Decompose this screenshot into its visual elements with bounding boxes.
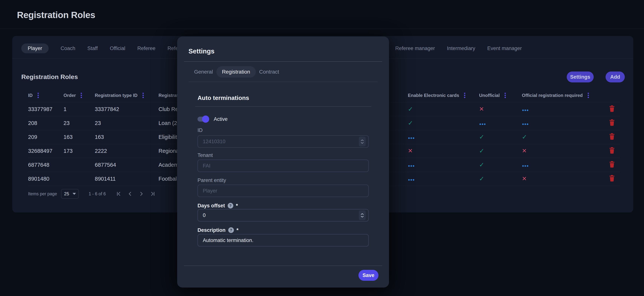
pager-controls [116, 191, 156, 197]
description-field-wrap [198, 234, 369, 247]
status-icon: ✕ [479, 106, 484, 112]
cell-id: 8901480 [28, 176, 64, 182]
cell-registration-type-id: 163 [95, 134, 158, 140]
delete-icon[interactable] [609, 147, 615, 154]
number-stepper-icon[interactable] [359, 137, 366, 147]
help-icon[interactable]: ? [228, 227, 234, 233]
cell-registration-type-id: 33377842 [95, 106, 158, 112]
column-menu-icon[interactable] [81, 95, 82, 96]
divider [195, 106, 371, 107]
days-offset-field[interactable] [198, 209, 369, 221]
cell-id: 33377987 [28, 106, 64, 112]
delete-icon[interactable] [609, 133, 615, 140]
active-toggle-label: Active [214, 116, 228, 122]
status-icon: ✓ [522, 134, 527, 140]
cell-order: 1 [64, 106, 95, 112]
column-menu-icon[interactable] [38, 95, 39, 96]
status-icon [524, 165, 526, 167]
section-title: Registration Roles [21, 73, 78, 81]
delete-icon[interactable] [609, 119, 615, 126]
tab-staff[interactable]: Staff [88, 45, 98, 51]
tab-coach[interactable]: Coach [61, 45, 76, 51]
id-field[interactable] [198, 135, 369, 148]
cell-order: 173 [64, 148, 95, 154]
status-icon [410, 165, 412, 167]
page-title: Registration Roles [17, 10, 95, 20]
auto-terminations-heading: Auto terminations [198, 94, 249, 101]
add-button[interactable]: Add [606, 72, 625, 82]
next-page-icon[interactable] [138, 191, 144, 197]
divider [189, 82, 378, 82]
cell-order: 163 [64, 134, 95, 140]
save-button[interactable]: Save [358, 270, 378, 281]
status-icon: ✓ [479, 148, 484, 154]
tenant-field-wrap [198, 159, 369, 172]
status-icon [524, 124, 526, 125]
tenant-field[interactable] [198, 159, 369, 172]
column-header-registration-type-id: Registration type ID [95, 93, 158, 98]
cell-order: 23 [64, 120, 95, 126]
active-toggle-row: Active [198, 115, 228, 123]
modal-tab-general[interactable]: General [194, 66, 213, 78]
status-icon [482, 124, 483, 125]
delete-icon[interactable] [609, 105, 615, 112]
status-icon [410, 137, 412, 139]
cell-registration-type-id: 6877564 [95, 162, 158, 168]
cell-id: 32688497 [28, 148, 64, 154]
tenant-field-label: Tenant [198, 152, 213, 158]
column-header-id: ID [28, 93, 64, 98]
description-field[interactable] [198, 234, 369, 247]
required-marker: * [236, 227, 238, 233]
cell-id: 209 [28, 134, 64, 140]
last-page-icon[interactable] [150, 191, 156, 197]
page-range-label: 1 - 6 of 6 [88, 191, 106, 196]
column-header-official-required: Official registration required [522, 93, 609, 98]
modal-tab-contract[interactable]: Contract [259, 66, 279, 78]
first-page-icon[interactable] [116, 191, 122, 197]
description-field-label: Description ? * [198, 227, 238, 233]
help-icon[interactable]: ? [228, 203, 233, 208]
divider [184, 266, 382, 266]
number-stepper-icon[interactable] [359, 210, 366, 220]
modal-tab-registration[interactable]: Registration [216, 66, 256, 78]
days-offset-field-label: Days offset ? * [198, 202, 238, 209]
page-size-select[interactable]: 25 [61, 189, 79, 199]
status-icon: ✕ [522, 176, 527, 182]
cell-id: 208 [28, 120, 64, 126]
column-menu-icon[interactable] [464, 95, 465, 96]
cell-id: 6877648 [28, 162, 64, 168]
divider [184, 61, 382, 62]
items-per-page-label: Items per page [28, 191, 57, 196]
status-icon [410, 179, 412, 181]
status-icon: ✓ [408, 106, 413, 112]
tab-player[interactable]: Player [21, 43, 49, 53]
tab-intermediary[interactable]: Intermediary [447, 45, 475, 51]
tab-referee-manager[interactable]: Referee manager [395, 45, 435, 51]
active-toggle[interactable] [198, 117, 208, 122]
status-icon [524, 110, 526, 111]
settings-button[interactable]: Settings [567, 72, 594, 82]
column-header-order: Order [64, 93, 95, 98]
status-icon: ✓ [479, 175, 484, 182]
tab-referee[interactable]: Referee [138, 45, 156, 51]
cell-registration-type-id: 23 [95, 120, 158, 126]
column-header-unofficial: Unofficial [479, 93, 522, 98]
tab-official[interactable]: Official [110, 45, 125, 51]
status-icon: ✕ [522, 148, 527, 154]
caret-down-icon [72, 193, 76, 195]
delete-icon[interactable] [609, 175, 615, 182]
column-menu-icon[interactable] [142, 95, 144, 96]
delete-icon[interactable] [609, 161, 615, 168]
settings-modal: Settings General Registration Contract A… [177, 36, 389, 288]
previous-page-icon[interactable] [127, 191, 133, 197]
column-menu-icon[interactable] [504, 95, 506, 96]
parent-entity-field[interactable] [198, 185, 369, 197]
status-icon: ✓ [479, 134, 484, 140]
parent-entity-field-label: Parent entity [198, 177, 226, 183]
cell-registration-type-id: 2222 [95, 148, 158, 154]
column-menu-icon[interactable] [588, 95, 589, 96]
tab-event-manager[interactable]: Event manager [488, 45, 522, 51]
cell-registration-type-id: 8901411 [95, 176, 158, 182]
id-field-label: ID [198, 127, 202, 134]
status-icon: ✓ [408, 120, 413, 126]
